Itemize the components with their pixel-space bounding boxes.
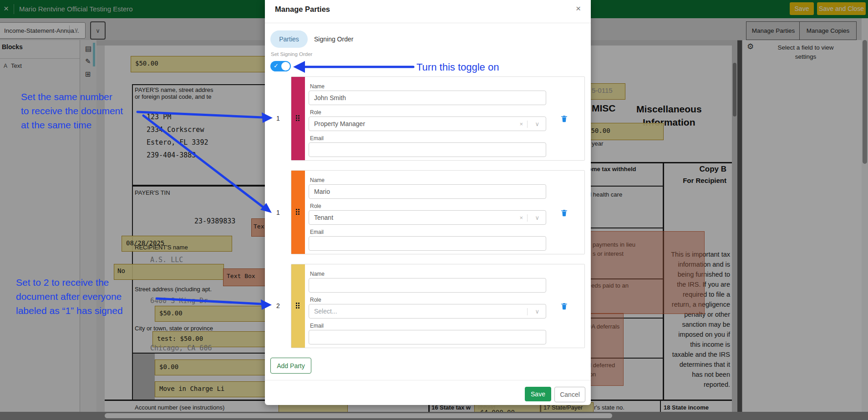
delete-party-button[interactable]: [560, 114, 568, 125]
name-value: John Smith: [314, 94, 346, 101]
add-party-button[interactable]: Add Party: [270, 358, 311, 374]
check-icon: ✓: [274, 62, 279, 69]
role-value: Property Manager: [314, 120, 365, 127]
modal-footer-divider: [265, 380, 591, 380]
role-label: Role: [310, 297, 321, 303]
select-divider: [527, 214, 528, 222]
party-card: Name John Smith Role Property Manager × …: [291, 76, 585, 161]
modal-save-button[interactable]: Save: [525, 387, 551, 401]
name-label: Name: [310, 177, 325, 183]
name-input[interactable]: [309, 278, 546, 293]
name-input[interactable]: Mario: [309, 184, 546, 199]
drag-handle-icon[interactable]: [296, 115, 301, 122]
role-placeholder: Select...: [314, 308, 337, 315]
email-label: Email: [310, 323, 324, 329]
email-label: Email: [310, 229, 324, 235]
role-label: Role: [310, 203, 321, 209]
signing-order-number: 1: [273, 115, 283, 122]
name-label: Name: [310, 271, 325, 277]
tab-signing-order[interactable]: Signing Order: [314, 35, 353, 43]
role-value: Tenant: [314, 214, 333, 221]
chevron-down-icon[interactable]: ∨: [535, 308, 539, 315]
toggle-knob: [281, 62, 290, 71]
select-divider: [527, 121, 528, 128]
email-input[interactable]: [309, 330, 546, 344]
delete-party-button[interactable]: [560, 208, 568, 219]
clear-icon[interactable]: ×: [519, 214, 523, 221]
signing-order-number: 1: [273, 209, 283, 216]
chevron-down-icon[interactable]: ∨: [535, 121, 539, 127]
email-label: Email: [310, 135, 324, 142]
chevron-down-icon[interactable]: ∨: [535, 214, 539, 221]
email-input[interactable]: [309, 142, 546, 157]
close-icon[interactable]: ×: [576, 4, 581, 14]
manage-parties-modal: Manage Parties × Parties Signing Order S…: [265, 0, 591, 405]
role-select[interactable]: Property Manager × ∨: [309, 116, 546, 131]
drag-handle-icon[interactable]: [296, 303, 301, 310]
name-label: Name: [310, 83, 325, 90]
name-value: Mario: [314, 188, 330, 195]
party-card: Name Mario Role Tenant × ∨ Email: [291, 170, 585, 254]
set-signing-order-label: Set Signing Order: [271, 51, 312, 57]
email-input[interactable]: [309, 236, 546, 251]
clear-icon[interactable]: ×: [519, 121, 523, 127]
signing-order-number: 2: [273, 302, 283, 309]
role-select[interactable]: Select... ∨: [309, 304, 546, 319]
select-divider: [527, 308, 528, 315]
name-input[interactable]: John Smith: [309, 91, 546, 105]
party-card: Name Role Select... ∨ Email: [291, 264, 585, 348]
modal-cancel-button[interactable]: Cancel: [554, 387, 585, 402]
delete-party-button[interactable]: [560, 302, 568, 312]
modal-header-divider: [265, 23, 591, 23]
modal-title: Manage Parties: [275, 5, 330, 14]
drag-handle-icon[interactable]: [296, 209, 301, 216]
role-label: Role: [310, 109, 321, 116]
tab-parties[interactable]: Parties: [270, 30, 308, 48]
role-select[interactable]: Tenant × ∨: [309, 210, 546, 225]
signing-order-toggle[interactable]: ✓: [270, 61, 291, 71]
